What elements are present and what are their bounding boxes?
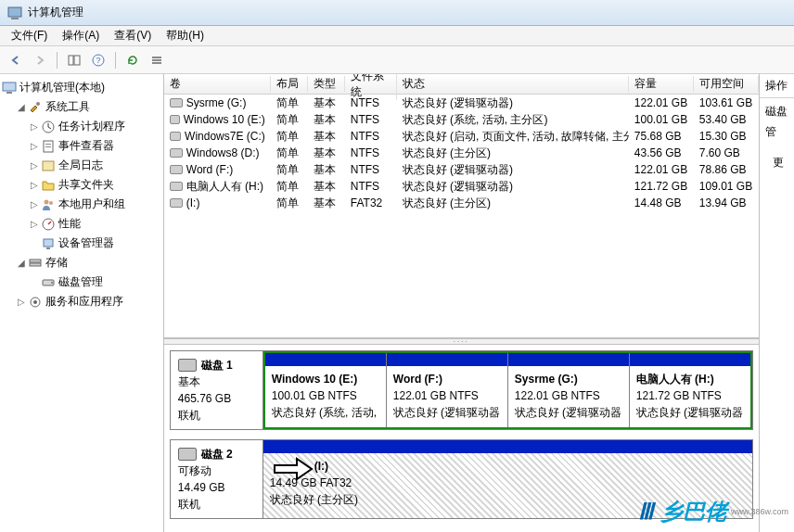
svg-rect-8: [152, 62, 161, 64]
volume-row[interactable]: Sysrme (G:)简单基本NTFS状态良好 (逻辑驱动器)122.01 GB…: [164, 95, 759, 111]
col-status[interactable]: 状态: [397, 76, 629, 92]
tree-local-users[interactable]: ▷本地用户和组: [2, 195, 161, 214]
actions-link-more[interactable]: 更: [765, 153, 788, 173]
svg-point-18: [49, 201, 53, 205]
tools-icon: [28, 100, 43, 115]
volume-icon: [170, 148, 183, 158]
volume-row[interactable]: (I:)简单基本FAT32状态良好 (主分区)14.48 GB13.94 GB: [164, 195, 759, 211]
storage-icon: [28, 256, 43, 271]
tree-event-viewer[interactable]: ▷事件查看器: [2, 136, 161, 156]
svg-rect-3: [74, 56, 80, 65]
menu-action[interactable]: 操作(A): [55, 26, 107, 45]
navigation-tree[interactable]: 计算机管理(本地) ◢系统工具 ▷任务计划程序 ▷事件查看器 ▷全局日志 ▷共享…: [0, 74, 164, 532]
svg-rect-6: [152, 57, 161, 58]
menu-help[interactable]: 帮助(H): [159, 26, 211, 45]
collapse-icon[interactable]: ◢: [15, 102, 28, 112]
forward-button[interactable]: [30, 50, 50, 70]
svg-rect-9: [3, 82, 16, 91]
expand-icon[interactable]: ▷: [28, 121, 41, 132]
svg-rect-7: [152, 59, 161, 61]
volume-row[interactable]: Word (F:)简单基本NTFS状态良好 (逻辑驱动器)122.01 GB78…: [164, 161, 759, 178]
device-icon: [41, 236, 56, 251]
svg-rect-23: [30, 263, 41, 266]
partition[interactable]: Sysrme (G:)122.01 GB NTFS状态良好 (逻辑驱动器: [508, 353, 630, 427]
disk-icon: [41, 275, 56, 290]
disk-1-row[interactable]: 磁盘 1 基本 465.76 GB 联机 Windows 10 (E:)100.…: [170, 350, 753, 430]
menubar: 文件(F) 操作(A) 查看(V) 帮助(H): [0, 26, 794, 46]
back-button[interactable]: [6, 50, 26, 70]
volume-row[interactable]: Windows 10 (E:)简单基本NTFS状态良好 (系统, 活动, 主分区…: [164, 111, 759, 128]
volume-table[interactable]: 卷 布局 类型 文件系统 状态 容量 可用空间 Sysrme (G:)简单基本N…: [164, 74, 759, 338]
col-volume[interactable]: 卷: [164, 76, 271, 92]
expand-icon[interactable]: ▷: [28, 199, 41, 209]
services-icon: [28, 295, 43, 310]
expand-icon[interactable]: ▷: [28, 180, 41, 190]
list-view-button[interactable]: [147, 50, 167, 70]
users-icon: [41, 197, 56, 212]
partition[interactable]: 电脑人人有 (H:)121.72 GB NTFS状态良好 (逻辑驱动器: [630, 353, 750, 427]
watermark-logo: Ⅲ 乡巴佬: [638, 497, 727, 526]
svg-rect-16: [43, 161, 54, 171]
svg-point-11: [36, 102, 40, 106]
col-layout[interactable]: 布局: [271, 76, 308, 92]
svg-point-27: [33, 300, 37, 304]
tree-task-scheduler[interactable]: ▷任务计划程序: [2, 117, 161, 136]
tree-storage[interactable]: ◢存储: [2, 253, 161, 272]
disk-icon: [178, 448, 197, 461]
tree-root[interactable]: 计算机管理(本地): [2, 78, 161, 97]
volume-icon: [170, 182, 183, 191]
volume-row[interactable]: Windows7E (C:)简单基本NTFS状态良好 (启动, 页面文件, 活动…: [164, 128, 759, 145]
tree-performance[interactable]: ▷性能: [2, 214, 161, 234]
tree-system-tools[interactable]: ◢系统工具: [2, 97, 161, 117]
volume-row[interactable]: Windows8 (D:)简单基本NTFS状态良好 (主分区)43.56 GB7…: [164, 145, 759, 161]
svg-point-25: [51, 282, 53, 284]
col-type[interactable]: 类型: [308, 76, 345, 92]
help-button[interactable]: ?: [88, 50, 109, 70]
svg-rect-22: [30, 260, 41, 262]
volume-row[interactable]: 电脑人人有 (H:)简单基本NTFS状态良好 (逻辑驱动器)121.72 GB1…: [164, 178, 759, 195]
menu-view[interactable]: 查看(V): [107, 26, 159, 45]
actions-link-disk-mgmt[interactable]: 磁盘管: [765, 102, 788, 142]
partition[interactable]: Windows 10 (E:)100.01 GB NTFS状态良好 (系统, 活…: [265, 353, 387, 427]
tree-device-manager[interactable]: 设备管理器: [2, 234, 161, 253]
expand-icon[interactable]: ▷: [28, 141, 41, 151]
show-hide-tree-button[interactable]: [64, 50, 84, 70]
expand-icon[interactable]: ▷: [28, 160, 41, 171]
tree-disk-management[interactable]: 磁盘管理: [2, 272, 161, 292]
arrow-annotation: [273, 457, 314, 484]
tree-shared-folders[interactable]: ▷共享文件夹: [2, 175, 161, 195]
col-capacity[interactable]: 容量: [629, 76, 694, 92]
expand-icon[interactable]: ▷: [15, 297, 28, 307]
volume-icon: [170, 165, 183, 174]
svg-rect-15: [45, 146, 51, 147]
volume-icon: [170, 198, 183, 208]
content-panel: 卷 布局 类型 文件系统 状态 容量 可用空间 Sysrme (G:)简单基本N…: [164, 74, 759, 532]
expand-icon[interactable]: ▷: [28, 219, 41, 229]
app-icon: [7, 6, 22, 20]
collapse-icon[interactable]: ◢: [15, 258, 28, 268]
toolbar: ?: [0, 46, 794, 74]
refresh-button[interactable]: [122, 50, 143, 70]
window-title: 计算机管理: [28, 5, 83, 20]
svg-rect-0: [8, 7, 21, 17]
svg-text:?: ?: [96, 56, 100, 65]
volume-table-header: 卷 布局 类型 文件系统 状态 容量 可用空间: [164, 74, 759, 95]
menu-file[interactable]: 文件(F): [4, 26, 55, 45]
tree-services-apps[interactable]: ▷服务和应用程序: [2, 292, 161, 311]
partition[interactable]: Word (F:)122.01 GB NTFS状态良好 (逻辑驱动器: [387, 353, 508, 427]
watermark: Ⅲ 乡巴佬 www.386w.com: [638, 497, 788, 526]
svg-rect-2: [69, 56, 73, 65]
actions-header: 操作: [760, 74, 794, 98]
col-free[interactable]: 可用空间: [694, 76, 759, 92]
actions-panel: 操作 磁盘管 更: [759, 74, 794, 532]
volume-icon: [170, 98, 183, 108]
disk-1-info: 磁盘 1 基本 465.76 GB 联机: [171, 351, 263, 429]
tree-global-log[interactable]: ▷全局日志: [2, 156, 161, 175]
volume-icon: [170, 115, 180, 124]
svg-rect-20: [44, 239, 53, 247]
svg-rect-14: [45, 144, 51, 145]
log-icon: [41, 158, 56, 173]
event-icon: [41, 139, 56, 154]
disk-icon: [178, 359, 197, 372]
splitter[interactable]: ····: [164, 338, 759, 345]
